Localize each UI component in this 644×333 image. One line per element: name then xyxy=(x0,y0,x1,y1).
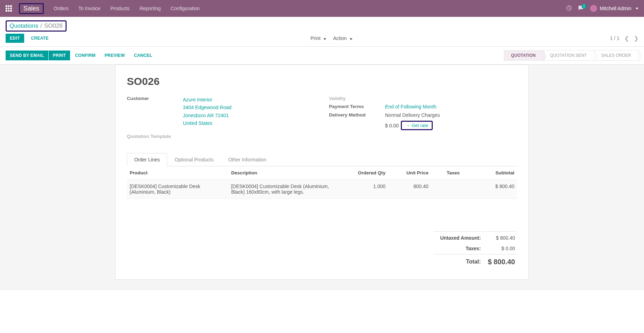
nav-configuration[interactable]: Configuration xyxy=(171,6,200,11)
customer-label: Customer xyxy=(127,96,183,101)
create-button[interactable]: CREATE xyxy=(27,34,53,43)
validity-label: Validity xyxy=(329,96,385,101)
chevron-down-icon xyxy=(350,38,352,40)
edit-button[interactable]: EDIT xyxy=(6,34,24,43)
col-description: Description xyxy=(228,166,345,180)
app-title[interactable]: Sales xyxy=(19,3,44,14)
cell-taxes xyxy=(431,179,463,199)
taxes-value: $ 0.00 xyxy=(483,244,516,253)
form-area: SO026 Customer Azure Interior 3404 Edgew… xyxy=(0,65,644,290)
control-panel: Quotations / SO026 EDIT CREATE Print Act… xyxy=(0,17,644,47)
cell-price: 800.40 xyxy=(388,179,431,199)
cell-product: [DESK0004] Customizable Desk (Aluminium,… xyxy=(127,179,228,199)
nav-products[interactable]: Products xyxy=(110,6,130,11)
col-subtotal: Subtotal xyxy=(463,166,517,180)
send-email-button[interactable]: SEND BY EMAIL xyxy=(6,51,48,60)
nav-reporting[interactable]: Reporting xyxy=(139,6,161,11)
delivery-method-label: Delivery Method xyxy=(329,112,385,118)
preview-button[interactable]: PREVIEW xyxy=(101,51,129,60)
tab-other-information[interactable]: Other Information xyxy=(221,153,274,166)
messages-badge: 1 xyxy=(582,4,587,9)
cell-subtotal: $ 800.40 xyxy=(463,179,517,199)
payment-terms-label: Payment Terms xyxy=(329,104,385,109)
print-button[interactable]: PRINT xyxy=(49,51,70,60)
get-rate-button[interactable]: → Get rate xyxy=(401,121,433,130)
table-row[interactable]: [DESK0004] Customizable Desk (Aluminium,… xyxy=(127,179,517,199)
pager-count: 1 / 1 xyxy=(610,35,619,41)
nav-to-invoice[interactable]: To Invoice xyxy=(78,6,101,11)
activity-icon[interactable] xyxy=(566,5,572,12)
messages-icon[interactable]: 1 xyxy=(578,5,584,12)
print-dropdown[interactable]: Print xyxy=(310,35,326,41)
pager-next[interactable]: ❯ xyxy=(634,35,638,42)
arrow-right-icon: → xyxy=(405,123,410,128)
pager-prev[interactable]: ❮ xyxy=(624,35,629,42)
nav-orders[interactable]: Orders xyxy=(54,6,69,11)
status-step-quotation-sent[interactable]: QUOTATION SENT xyxy=(543,50,594,61)
totals: Untaxed Amount: $ 800.40 Taxes: $ 0.00 T… xyxy=(127,231,517,269)
total-label: Total: xyxy=(434,254,482,268)
status-step-sales-order[interactable]: SALES ORDER xyxy=(594,50,638,61)
untaxed-label: Untaxed Amount: xyxy=(434,231,482,243)
breadcrumb-root[interactable]: Quotations xyxy=(9,22,38,29)
total-value: $ 800.40 xyxy=(483,254,516,268)
chevron-down-icon xyxy=(323,38,326,40)
avatar xyxy=(590,5,597,12)
confirm-button[interactable]: CONFIRM xyxy=(71,51,100,60)
tabs: Order Lines Optional Products Other Info… xyxy=(127,153,517,166)
cancel-button[interactable]: CANCEL xyxy=(130,51,156,60)
breadcrumb-separator: / xyxy=(40,22,42,29)
col-qty: Ordered Qty xyxy=(345,166,389,180)
apps-icon[interactable] xyxy=(6,5,12,12)
order-lines-table: Product Description Ordered Qty Unit Pri… xyxy=(127,166,517,199)
tab-optional-products[interactable]: Optional Products xyxy=(167,153,221,166)
customer-value[interactable]: Azure Interior 3404 Edgewood Road Jonesb… xyxy=(183,96,315,127)
breadcrumb: Quotations / SO026 xyxy=(6,20,67,32)
user-menu[interactable]: Mitchell Admin xyxy=(590,5,638,12)
col-taxes: Taxes xyxy=(431,166,463,180)
cell-qty: 1.000 xyxy=(345,179,389,199)
action-dropdown[interactable]: Action xyxy=(333,35,352,41)
breadcrumb-current: SO026 xyxy=(44,22,63,29)
col-price: Unit Price xyxy=(388,166,431,180)
top-navigation: Sales Orders To Invoice Products Reporti… xyxy=(0,0,644,17)
status-step-quotation[interactable]: QUOTATION xyxy=(504,50,543,61)
payment-terms-value[interactable]: End of Following Month xyxy=(385,104,517,109)
delivery-method-value: Normal Delivery Charges xyxy=(385,112,517,118)
taxes-label: Taxes: xyxy=(434,244,482,253)
record-title: SO026 xyxy=(127,75,517,87)
delivery-rate: $ 0.00 xyxy=(385,123,399,128)
quotation-template-label: Quotation Template xyxy=(127,134,183,139)
status-flow: QUOTATION QUOTATION SENT SALES ORDER xyxy=(504,50,638,61)
user-name: Mitchell Admin xyxy=(600,6,631,11)
chevron-down-icon xyxy=(636,8,638,9)
tab-order-lines[interactable]: Order Lines xyxy=(127,153,167,166)
untaxed-value: $ 800.40 xyxy=(483,231,516,243)
col-product: Product xyxy=(127,166,228,180)
cell-description: [DESK0004] Customizable Desk (Aluminium,… xyxy=(228,179,345,199)
status-bar: SEND BY EMAIL PRINT CONFIRM PREVIEW CANC… xyxy=(0,47,644,65)
form-sheet: SO026 Customer Azure Interior 3404 Edgew… xyxy=(115,65,529,280)
